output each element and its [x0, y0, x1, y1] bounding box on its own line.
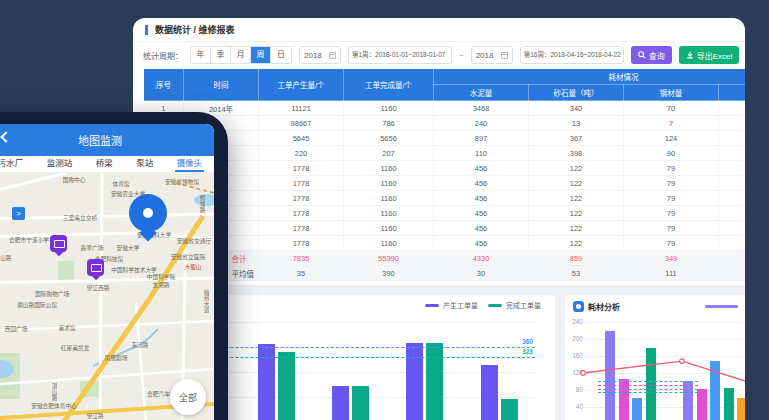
table-row: 356455656897367124129: [144, 131, 746, 146]
table-cell: 79: [624, 236, 719, 251]
period-segmented-control: 年季月周日: [190, 46, 292, 64]
report-table-wrap: 序号时间工单产生量/个工单完成量/个耗材情况水泥量砂石量（吨）钢材量人工量 12…: [143, 68, 745, 281]
map-poi-label: 安徽合肥体育中心: [31, 401, 77, 410]
table-cell: 90: [624, 146, 719, 161]
map-poi-label: 黄山路: [0, 253, 12, 262]
table-cell: 1160: [344, 206, 434, 221]
table-cell: 1160: [344, 221, 434, 236]
table-cell: 55390: [344, 251, 434, 266]
start-week-input[interactable]: 第1周：2018-01-01~2018-01-07: [348, 46, 452, 64]
back-chevron-icon[interactable]: [0, 131, 11, 142]
period-option[interactable]: 周: [251, 47, 271, 63]
app-tab-污水厂[interactable]: 污水厂: [0, 156, 23, 172]
export-excel-button[interactable]: 导出Excel: [679, 46, 740, 64]
selected-location-pin[interactable]: [129, 194, 167, 232]
table-cell: 786: [344, 116, 434, 131]
map-poi-label: 望江西路: [87, 283, 110, 292]
legend-item: 产生工单量: [425, 300, 478, 310]
map-poi-label: 红星美凯龙: [61, 343, 90, 352]
table-cell: 67: [719, 176, 746, 191]
table-row: 7177811604561227967: [144, 191, 746, 206]
period-option[interactable]: 季: [211, 47, 231, 63]
app-tab-桥梁[interactable]: 桥梁: [96, 156, 113, 172]
map-poi-label: 安徽大学: [117, 243, 140, 252]
calendar-icon: [329, 52, 336, 59]
bar: [426, 343, 443, 420]
camera-pin[interactable]: [87, 259, 104, 276]
table-cell: 122: [529, 191, 624, 206]
table-cell: 859: [529, 251, 624, 266]
map-poi-label: 体育馆: [112, 179, 129, 188]
map-poi-label: 三里庵立交桥: [63, 213, 97, 222]
query-button[interactable]: 查询: [631, 46, 672, 64]
table-row: 6177811604561227967: [144, 176, 746, 191]
period-option[interactable]: 日: [271, 47, 291, 63]
table-cell: 340: [529, 101, 624, 116]
app-tab-摄像头[interactable]: 摄像头: [177, 156, 203, 172]
table-cell: 14: [719, 266, 746, 281]
table-cell: 456: [434, 176, 529, 191]
table-cell: 30: [434, 266, 529, 281]
table-row: 42202071103989019: [144, 146, 746, 161]
table-cell: 3468: [434, 101, 529, 116]
sub-column-header: 人工量: [719, 85, 746, 101]
table-row: 8177811604561227967: [144, 206, 746, 221]
table-cell: 79: [624, 191, 719, 206]
table-cell: 7: [624, 116, 719, 131]
period-label: 统计周期：: [143, 50, 183, 61]
legend-item: 完成工单量: [488, 300, 541, 310]
consumables-bar-line-chart: [580, 322, 745, 420]
table-cell: 122: [529, 206, 624, 221]
table-cell: 398: [529, 146, 624, 161]
average-row: 平均值35390305311114: [144, 266, 746, 281]
period-option[interactable]: 月: [231, 47, 251, 63]
title-accent-bar: [145, 25, 148, 35]
table-cell: 11121: [259, 101, 344, 116]
table-cell: 390: [344, 266, 434, 281]
table-cell: 79: [624, 221, 719, 236]
table-cell: 67: [719, 236, 746, 251]
total-row: 合计783555390433085934933: [144, 251, 746, 266]
filter-bar: 统计周期： 年季月周日 2018 第1周：2018-01-01~2018-01-…: [133, 42, 745, 68]
bar: [352, 386, 369, 420]
expand-panel-button[interactable]: >: [12, 207, 25, 220]
table-cell: 67: [719, 206, 746, 221]
map-poi-label: 潜山路: [50, 383, 59, 400]
map-poi-label: 湖山路国际公馆: [17, 300, 57, 309]
map-view[interactable]: 国购中心体育馆安徽农业大学安徽省博物馆桐城路三里庵立交桥安徽医科大学安徽省交通厅…: [0, 173, 214, 420]
legend-dash-clipped: [705, 305, 738, 308]
end-week-input[interactable]: 第16周：2018-04-16~2018-04-22: [520, 46, 624, 64]
show-all-button[interactable]: 全部: [170, 379, 206, 415]
map-poi-label: 国购中心: [63, 175, 86, 184]
table-cell: 67: [719, 221, 746, 236]
end-year-select[interactable]: 2018: [471, 46, 513, 64]
map-poi-label: 安徽省交通厅: [177, 236, 211, 245]
table-header: 序号时间工单产生量/个工单完成量/个耗材情况水泥量砂石量（吨）钢材量人工量: [144, 69, 746, 101]
magnifier-icon: [638, 51, 646, 59]
start-year-select[interactable]: 2018: [299, 46, 341, 64]
table-cell: 19: [719, 146, 746, 161]
table-cell: 7835: [259, 251, 344, 266]
table-cell: 1778: [259, 236, 344, 251]
table-row: 5177811604561227967: [144, 161, 746, 176]
sub-column-header: 砂石量（吨）: [529, 85, 624, 101]
map-poi-label: 望江路: [86, 411, 103, 420]
app-tab-泵站[interactable]: 泵站: [136, 156, 153, 172]
camera-pin[interactable]: [50, 235, 67, 252]
table-cell: 98667: [259, 116, 344, 131]
chart-legend: 产生工单量完成工单量: [425, 300, 541, 310]
table-cell: 122: [529, 176, 624, 191]
pie-chart-icon: [573, 301, 584, 312]
legend-dash-icon: [425, 304, 439, 307]
table-cell: 122: [529, 161, 624, 176]
map-poi-label: 凤凰剧场: [105, 353, 128, 362]
app-title: 地图监测: [78, 132, 122, 148]
reference-label: 323: [522, 348, 533, 355]
phone-mockup: 地图监测 污水厂监测站桥梁泵站摄像头: [0, 112, 228, 420]
chart-title-row: 耗材分析: [573, 301, 620, 312]
map-poi-label: 翡翠广场: [81, 243, 104, 252]
table-cell: 70: [624, 101, 719, 116]
table-cell: 240: [434, 116, 529, 131]
period-option[interactable]: 年: [191, 47, 211, 63]
app-tab-监测站[interactable]: 监测站: [47, 156, 73, 172]
